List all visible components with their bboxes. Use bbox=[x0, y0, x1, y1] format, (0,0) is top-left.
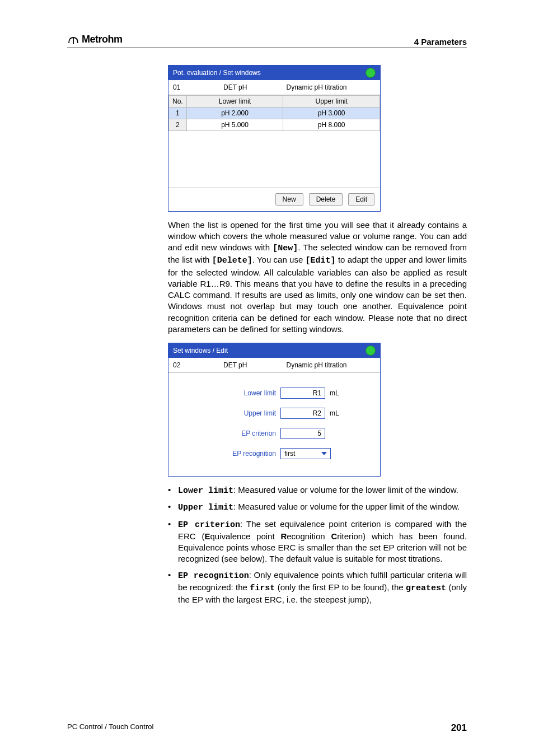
dialog-title-text: Set windows / Edit bbox=[173, 347, 228, 354]
cell-upper: pH 3.000 bbox=[283, 107, 380, 119]
dialog-subheader: 01 DET pH Dynamic pH titration bbox=[168, 80, 380, 95]
lower-limit-input[interactable]: R1 bbox=[280, 388, 325, 399]
col-upper: Upper limit bbox=[283, 95, 380, 107]
footer-left: PC Control / Touch Control bbox=[67, 722, 153, 734]
dialog-mode: DET pH bbox=[223, 361, 247, 369]
new-button[interactable]: New bbox=[275, 193, 303, 206]
dialog-title-text: Pot. evaluation / Set windows bbox=[173, 69, 261, 77]
ep-recognition-dropdown[interactable]: first bbox=[280, 448, 331, 459]
chevron-down-icon bbox=[321, 452, 327, 455]
ep-criterion-label: EP criterion bbox=[175, 430, 276, 437]
list-item: EP recognition: Only equivalence points … bbox=[178, 570, 467, 606]
page-number: 201 bbox=[451, 722, 467, 734]
lower-limit-unit: mL bbox=[330, 389, 339, 397]
col-no: No. bbox=[169, 95, 187, 107]
dialog-subheader: 02 DET pH Dynamic pH titration bbox=[168, 358, 380, 373]
set-windows-dialog: Pot. evaluation / Set windows 01 DET pH … bbox=[168, 65, 381, 212]
cell-lower: pH 5.000 bbox=[186, 119, 283, 130]
dialog-index: 01 bbox=[173, 83, 184, 91]
edit-button[interactable]: Edit bbox=[348, 193, 374, 206]
page-footer: PC Control / Touch Control 201 bbox=[67, 722, 467, 734]
list-item: EP criterion: The set equivalence point … bbox=[178, 519, 467, 565]
lower-limit-label: Lower limit bbox=[175, 389, 276, 397]
lower-limit-row: Lower limit R1 mL bbox=[168, 383, 380, 403]
ep-criterion-row: EP criterion 5 bbox=[168, 423, 380, 444]
cell-lower: pH 2.000 bbox=[186, 107, 283, 119]
delete-button[interactable]: Delete bbox=[309, 193, 343, 206]
table-row[interactable]: 2 pH 5.000 pH 8.000 bbox=[169, 119, 380, 130]
description-paragraph: When the list is opened for the first ti… bbox=[168, 220, 467, 335]
upper-limit-unit: mL bbox=[330, 409, 339, 417]
col-lower: Lower limit bbox=[186, 95, 283, 107]
cell-no: 2 bbox=[169, 119, 187, 130]
ep-recognition-value: first bbox=[284, 450, 295, 458]
list-item: Lower limit: Measured value or volume fo… bbox=[178, 484, 467, 497]
brand-name: Metrohm bbox=[82, 34, 123, 45]
edit-literal: [Edit] bbox=[306, 256, 336, 265]
dialog-titlebar: Pot. evaluation / Set windows bbox=[168, 66, 380, 80]
dialog-mode: DET pH bbox=[223, 83, 247, 91]
ep-recognition-label: EP recognition bbox=[175, 450, 276, 458]
page-header: Metrohm 4 Parameters bbox=[67, 34, 467, 48]
upper-limit-label: Upper limit bbox=[175, 409, 276, 417]
ep-recognition-row: EP recognition first bbox=[168, 444, 380, 464]
help-icon[interactable] bbox=[366, 346, 376, 356]
dialog-index: 02 bbox=[173, 361, 184, 369]
list-item: Upper limit: Measured value or volume fo… bbox=[178, 501, 467, 514]
table-row[interactable]: 1 pH 2.000 pH 3.000 bbox=[169, 107, 380, 119]
ep-criterion-input[interactable]: 5 bbox=[280, 428, 325, 439]
dialog-titlebar: Set windows / Edit bbox=[168, 343, 380, 358]
section-title: 4 Parameters bbox=[414, 37, 467, 46]
cell-no: 1 bbox=[169, 107, 187, 119]
upper-limit-input[interactable]: R2 bbox=[280, 408, 325, 419]
dialog-desc: Dynamic pH titration bbox=[286, 361, 346, 369]
cell-upper: pH 8.000 bbox=[283, 119, 380, 130]
new-literal: [New] bbox=[273, 244, 298, 253]
brand-logo: Metrohm bbox=[67, 34, 123, 45]
metrohm-icon bbox=[67, 35, 79, 45]
dialog-button-row: New Delete Edit bbox=[168, 187, 380, 211]
help-icon[interactable] bbox=[366, 68, 376, 78]
edit-window-dialog: Set windows / Edit 02 DET pH Dynamic pH … bbox=[168, 343, 381, 477]
upper-limit-row: Upper limit R2 mL bbox=[168, 403, 380, 423]
definition-list: Lower limit: Measured value or volume fo… bbox=[168, 484, 467, 605]
windows-table: No. Lower limit Upper limit 1 pH 2.000 p… bbox=[168, 95, 380, 131]
dialog-desc: Dynamic pH titration bbox=[286, 83, 346, 91]
delete-literal: [Delete] bbox=[212, 256, 252, 265]
